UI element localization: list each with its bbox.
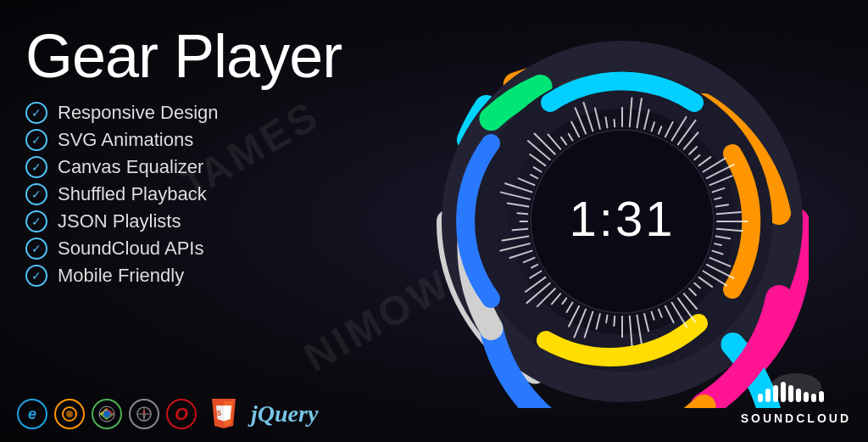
feature-label: Canvas Equalizer: [58, 156, 203, 178]
svg-line-81: [508, 203, 529, 206]
svg-point-3: [103, 411, 110, 417]
svg-text:1:31: 1:31: [570, 191, 676, 246]
svg-line-87: [530, 154, 545, 165]
svg-line-43: [713, 250, 723, 254]
safari-icon: [129, 399, 159, 429]
svg-line-22: [644, 109, 648, 129]
player-circle: /* will draw bars in JS below */ 1:31: [436, 35, 809, 408]
svg-line-54: [659, 309, 662, 316]
check-icon: ✓: [25, 129, 47, 151]
svg-line-90: [548, 134, 560, 148]
firefox-icon: [54, 399, 85, 429]
svg-line-42: [715, 243, 721, 245]
svg-line-92: [569, 133, 573, 140]
check-icon: ✓: [25, 238, 47, 260]
check-icon: ✓: [25, 265, 47, 287]
svg-line-78: [513, 228, 528, 229]
svg-text:5: 5: [217, 409, 221, 417]
svg-line-47: [699, 277, 713, 286]
left-panel: Gear Player ✓ Responsive Design ✓ SVG An…: [0, 0, 390, 442]
svg-line-80: [517, 213, 527, 214]
svg-line-23: [652, 122, 654, 131]
svg-line-66: [567, 302, 573, 311]
svg-line-60: [614, 316, 615, 325]
svg-line-56: [644, 313, 648, 330]
list-item: ✓ Shuffled Playback: [25, 183, 364, 205]
list-item: ✓ Responsive Design: [25, 102, 364, 124]
list-item: ✓ JSON Playlists: [25, 210, 364, 232]
svg-line-98: [615, 120, 615, 126]
svg-line-84: [519, 178, 535, 185]
svg-line-41: [716, 236, 731, 238]
svg-line-68: [552, 294, 560, 304]
svg-line-97: [606, 117, 608, 127]
feature-label: JSON Playlists: [58, 210, 181, 232]
ie-icon: e: [17, 399, 47, 429]
svg-line-24: [659, 126, 661, 133]
check-icon: ✓: [25, 156, 47, 178]
browser-icons: e O: [17, 399, 318, 429]
svg-line-48: [694, 283, 700, 288]
svg-line-86: [534, 167, 542, 171]
chrome-icon: [92, 399, 122, 429]
features-list: ✓ Responsive Design ✓ SVG Animations ✓ C…: [25, 102, 364, 292]
svg-line-35: [713, 187, 725, 191]
svg-line-62: [597, 313, 600, 328]
svg-line-73: [531, 264, 537, 267]
svg-rect-100: [758, 394, 763, 402]
svg-line-29: [689, 146, 697, 154]
opera-icon: O: [166, 399, 197, 429]
soundcloud-icon: [758, 370, 834, 408]
player-svg: /* will draw bars in JS below */ 1:31: [436, 35, 809, 408]
svg-line-85: [531, 174, 537, 177]
svg-line-74: [524, 257, 535, 261]
svg-line-91: [561, 137, 566, 144]
svg-line-37: [716, 204, 729, 206]
svg-line-30: [694, 154, 699, 159]
svg-rect-108: [819, 391, 824, 402]
list-item: ✓ Mobile Friendly: [25, 265, 364, 287]
svg-line-65: [569, 305, 579, 326]
svg-line-72: [530, 271, 541, 277]
feature-label: Mobile Friendly: [58, 265, 184, 287]
jquery-label: jQuery: [251, 400, 318, 428]
svg-line-55: [652, 311, 654, 319]
svg-line-44: [709, 257, 730, 266]
feature-label: Shuffled Playback: [58, 183, 207, 205]
feature-label: Responsive Design: [58, 102, 219, 124]
svg-rect-101: [765, 389, 771, 402]
svg-line-25: [665, 121, 673, 136]
svg-line-67: [562, 298, 566, 304]
svg-point-109: [771, 373, 821, 400]
svg-line-93: [571, 121, 579, 137]
svg-line-49: [689, 288, 696, 295]
svg-line-31: [699, 157, 711, 165]
svg-line-36: [715, 197, 721, 199]
svg-line-61: [606, 315, 607, 322]
soundcloud-label: SOUNDCLOUD: [741, 411, 851, 425]
list-item: ✓ Canvas Equalizer: [25, 156, 364, 178]
html5-icon: 5: [210, 399, 237, 429]
feature-label: SoundCloud APIs: [58, 238, 203, 260]
check-icon: ✓: [25, 183, 47, 205]
feature-label: SVG Animations: [58, 129, 193, 151]
svg-line-50: [684, 294, 697, 309]
check-icon: ✓: [25, 210, 47, 232]
list-item: ✓ SVG Animations: [25, 129, 364, 151]
svg-point-1: [66, 411, 73, 417]
app-title: Gear Player: [25, 25, 364, 87]
check-icon: ✓: [25, 102, 47, 124]
svg-line-53: [665, 305, 674, 322]
soundcloud-logo: SOUNDCLOUD: [741, 370, 851, 425]
list-item: ✓ SoundCloud APIs: [25, 238, 364, 260]
